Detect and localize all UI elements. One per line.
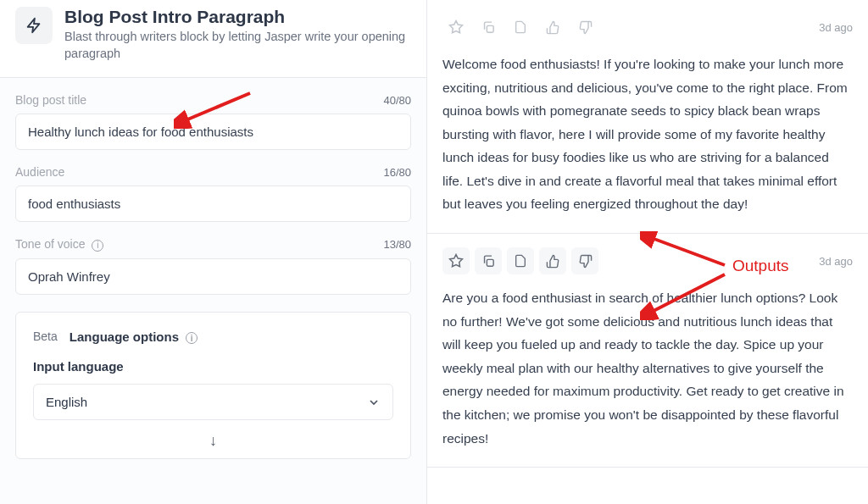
info-icon[interactable]: i — [92, 240, 103, 252]
left-panel: Blog Post Intro Paragraph Blast through … — [0, 0, 427, 504]
input-language-select[interactable]: English — [33, 384, 393, 420]
thumbs-up-button[interactable] — [539, 247, 566, 274]
output-block: 3d ago Are you a food enthusiast in sear… — [427, 234, 868, 468]
output-toolbar: 3d ago — [442, 14, 853, 41]
thumbs-down-button[interactable] — [571, 247, 598, 274]
favorite-button[interactable] — [442, 14, 470, 41]
audience-count: 16/80 — [383, 166, 411, 179]
audience-label: Audience — [15, 165, 64, 179]
svg-rect-0 — [487, 25, 493, 32]
favorite-button[interactable] — [442, 247, 470, 274]
bolt-icon — [25, 16, 43, 35]
output-time: 3d ago — [819, 255, 853, 268]
doc-button[interactable] — [507, 14, 534, 41]
arrow-down-icon: ↓ — [33, 432, 393, 450]
output-text: Are you a food enthusiast in search of h… — [442, 286, 853, 450]
field-audience: Audience 16/80 — [15, 165, 411, 222]
template-subtitle: Blast through writers block by letting J… — [64, 29, 411, 62]
input-language-value: English — [46, 395, 87, 409]
output-time: 3d ago — [819, 21, 853, 34]
input-language-label: Input language — [33, 359, 393, 374]
thumbs-up-button[interactable] — [539, 14, 566, 41]
template-icon-box — [15, 7, 53, 44]
audience-input[interactable] — [15, 186, 411, 222]
template-header: Blog Post Intro Paragraph Blast through … — [0, 0, 426, 78]
form-area: Blog post title 40/80 Audience 16/80 Ton… — [0, 78, 426, 504]
tone-count: 13/80 — [383, 238, 411, 251]
tone-label: Tone of voice i — [15, 237, 103, 252]
language-options-label: Language options i — [70, 330, 198, 345]
blog-title-input[interactable] — [15, 114, 411, 150]
output-toolbar: 3d ago — [442, 247, 853, 274]
outputs-panel: 3d ago Welcome food enthusiasts! If you'… — [427, 0, 868, 504]
blog-title-count: 40/80 — [383, 94, 411, 107]
svg-rect-1 — [487, 259, 493, 266]
output-block: 3d ago Welcome food enthusiasts! If you'… — [427, 0, 868, 234]
field-tone: Tone of voice i 13/80 — [15, 237, 411, 295]
doc-button[interactable] — [507, 247, 534, 274]
template-title: Blog Post Intro Paragraph — [64, 7, 411, 27]
thumbs-down-button[interactable] — [571, 14, 598, 41]
tone-input[interactable] — [15, 258, 411, 295]
field-blog-title: Blog post title 40/80 — [15, 93, 411, 150]
copy-button[interactable] — [475, 247, 502, 274]
outputs-annotation-label: Outputs — [732, 257, 789, 275]
beta-badge: Beta — [33, 330, 58, 343]
blog-title-label: Blog post title — [15, 93, 86, 107]
info-icon[interactable]: i — [186, 332, 198, 344]
copy-button[interactable] — [475, 14, 502, 41]
chevron-down-icon — [367, 396, 381, 409]
output-text: Welcome food enthusiasts! If you're look… — [442, 53, 853, 216]
language-options-box: Beta Language options i Input language E… — [15, 312, 411, 460]
